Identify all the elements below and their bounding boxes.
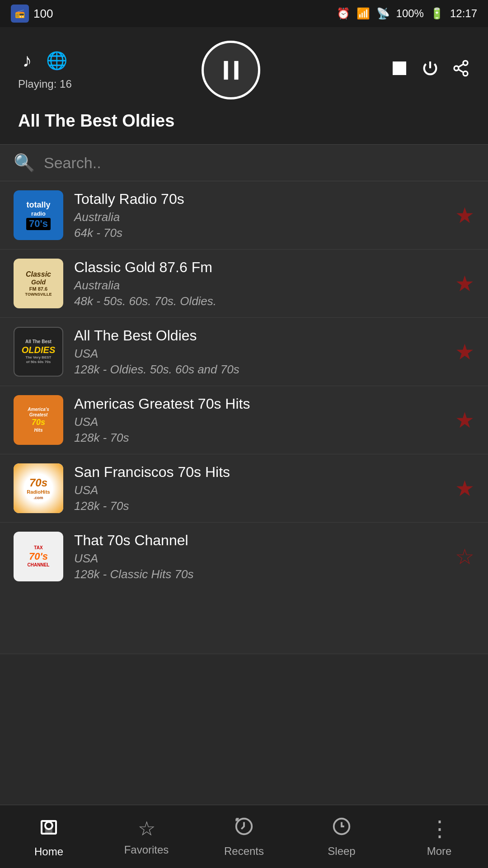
alarm-icon: ⏰ xyxy=(337,7,350,20)
status-left: 📻 100 xyxy=(11,5,53,23)
svg-line-7 xyxy=(458,64,463,67)
station-meta-2: 48k - 50s. 60s. 70s. Oldies. xyxy=(74,294,448,308)
station-country-5: USA xyxy=(74,483,448,497)
station-name-4: Americas Greatest 70s Hits xyxy=(74,396,448,412)
power-button[interactable] xyxy=(421,59,439,81)
station-info-4: Americas Greatest 70s Hits USA 128k - 70… xyxy=(74,396,448,445)
station-name-2: Classic Gold 87.6 Fm xyxy=(74,259,448,276)
svg-point-9 xyxy=(45,822,52,829)
svg-line-6 xyxy=(458,69,463,72)
station-logo-6: TAX 70's CHANNEL xyxy=(14,532,63,581)
recents-label: Recents xyxy=(224,845,264,858)
station-country-4: USA xyxy=(74,415,448,429)
station-info-5: San Franciscos 70s Hits USA 128k - 70s xyxy=(74,464,448,513)
favorite-star-5[interactable]: ★ xyxy=(455,476,474,501)
recents-icon xyxy=(234,816,254,841)
favorite-star-3[interactable]: ★ xyxy=(455,339,474,364)
svg-point-4 xyxy=(454,66,459,71)
music-note-icon[interactable]: ♪ xyxy=(22,50,32,71)
station-info-1: Totally Radio 70s Australia 64k - 70s xyxy=(74,191,448,240)
station-info-2: Classic Gold 87.6 Fm Australia 48k - 50s… xyxy=(74,259,448,308)
station-logo-5: 70s RadioHits .com xyxy=(14,463,63,513)
station-meta-4: 128k - 70s xyxy=(74,431,448,445)
favorites-icon: ☆ xyxy=(138,817,155,840)
station-meta-3: 128k - Oldies. 50s. 60s and 70s xyxy=(74,363,448,377)
wifi-icon: 📶 xyxy=(357,7,370,20)
search-bar: 🔍 xyxy=(0,144,488,181)
station-meta-6: 128k - Classic Hits 70s xyxy=(74,567,448,581)
player-left-icons: ♪ 🌐 Playing: 16 xyxy=(18,50,72,90)
nav-home[interactable]: Home xyxy=(0,805,98,868)
station-name-3: All The Best Oldies xyxy=(74,327,448,344)
station-item[interactable]: 70s RadioHits .com San Franciscos 70s Hi… xyxy=(0,454,488,523)
favorites-label: Favorites xyxy=(124,844,169,856)
station-item[interactable]: All The Best OLDIES The Very BEST of 50s… xyxy=(0,318,488,386)
favorite-star-4[interactable]: ★ xyxy=(455,407,474,433)
station-meta-5: 128k - 70s xyxy=(74,499,448,513)
station-country-6: USA xyxy=(74,552,448,566)
svg-rect-2 xyxy=(393,61,406,75)
station-meta-1: 64k - 70s xyxy=(74,226,448,240)
nav-sleep[interactable]: Sleep xyxy=(293,805,390,868)
nav-recents[interactable]: Recents xyxy=(195,805,293,868)
svg-point-5 xyxy=(463,71,468,75)
player-controls-row: ♪ 🌐 Playing: 16 xyxy=(18,41,470,99)
more-icon: ⋮ xyxy=(429,816,450,841)
station-name-6: That 70s Channel xyxy=(74,532,448,549)
battery-icon: 🔋 xyxy=(430,7,444,20)
svg-point-3 xyxy=(463,61,468,65)
favorite-star-1[interactable]: ★ xyxy=(455,203,474,228)
station-logo-1: totally radio 70's xyxy=(14,190,63,240)
station-info-3: All The Best Oldies USA 128k - Oldies. 5… xyxy=(74,327,448,377)
status-right: ⏰ 📶 📡 100% 🔋 12:17 xyxy=(337,7,477,20)
svg-rect-0 xyxy=(224,61,228,79)
home-icon xyxy=(38,816,60,842)
station-info-6: That 70s Channel USA 128k - Classic Hits… xyxy=(74,532,448,581)
sleep-icon xyxy=(331,816,352,841)
station-country-3: USA xyxy=(74,347,448,361)
status-number: 100 xyxy=(33,7,53,21)
station-country-1: Australia xyxy=(74,210,448,224)
station-logo-2: Classic Gold FM 87.6 TOWNSVILLE xyxy=(14,259,63,308)
player-right-icons xyxy=(390,59,470,81)
search-input[interactable] xyxy=(44,154,474,172)
nav-favorites[interactable]: ☆ Favorites xyxy=(98,805,195,868)
home-label: Home xyxy=(34,845,63,858)
bottom-nav: Home ☆ Favorites Recents Sleep ⋮ More xyxy=(0,805,488,868)
station-logo-3: All The Best OLDIES The Very BEST of 50s… xyxy=(14,327,63,377)
player-header: ♪ 🌐 Playing: 16 xyxy=(0,27,488,144)
globe-icon[interactable]: 🌐 xyxy=(46,51,67,71)
station-list: totally radio 70's Totally Radio 70s Aus… xyxy=(0,181,488,654)
time-display: 12:17 xyxy=(450,7,477,20)
more-label: More xyxy=(427,845,452,858)
now-playing-title: All The Best Oldies xyxy=(18,111,470,131)
station-name-1: Totally Radio 70s xyxy=(74,191,448,208)
favorite-star-2[interactable]: ★ xyxy=(455,271,474,296)
app-icon: 📻 xyxy=(11,5,29,23)
station-name-5: San Franciscos 70s Hits xyxy=(74,464,448,481)
media-icons-row: ♪ 🌐 xyxy=(22,50,67,71)
battery-text: 100% xyxy=(396,7,424,20)
favorite-star-6[interactable]: ☆ xyxy=(455,544,474,569)
svg-rect-10 xyxy=(46,829,52,834)
status-bar: 📻 100 ⏰ 📶 📡 100% 🔋 12:17 xyxy=(0,0,488,27)
svg-rect-1 xyxy=(234,61,238,79)
playing-status: Playing: 16 xyxy=(18,78,72,90)
station-country-2: Australia xyxy=(74,278,448,292)
sleep-label: Sleep xyxy=(328,845,355,858)
search-icon: 🔍 xyxy=(14,153,35,173)
stop-button[interactable] xyxy=(390,59,408,81)
share-button[interactable] xyxy=(452,59,470,81)
nav-more[interactable]: ⋮ More xyxy=(390,805,488,868)
station-item[interactable]: America's Greatest 70s Hits Americas Gre… xyxy=(0,386,488,454)
station-logo-4: America's Greatest 70s Hits xyxy=(14,395,63,445)
station-item[interactable]: TAX 70's CHANNEL That 70s Channel USA 12… xyxy=(0,523,488,654)
pause-button[interactable] xyxy=(202,41,260,99)
signal-icon: 📡 xyxy=(376,7,390,20)
station-item[interactable]: totally radio 70's Totally Radio 70s Aus… xyxy=(0,181,488,250)
station-item[interactable]: Classic Gold FM 87.6 TOWNSVILLE Classic … xyxy=(0,250,488,318)
